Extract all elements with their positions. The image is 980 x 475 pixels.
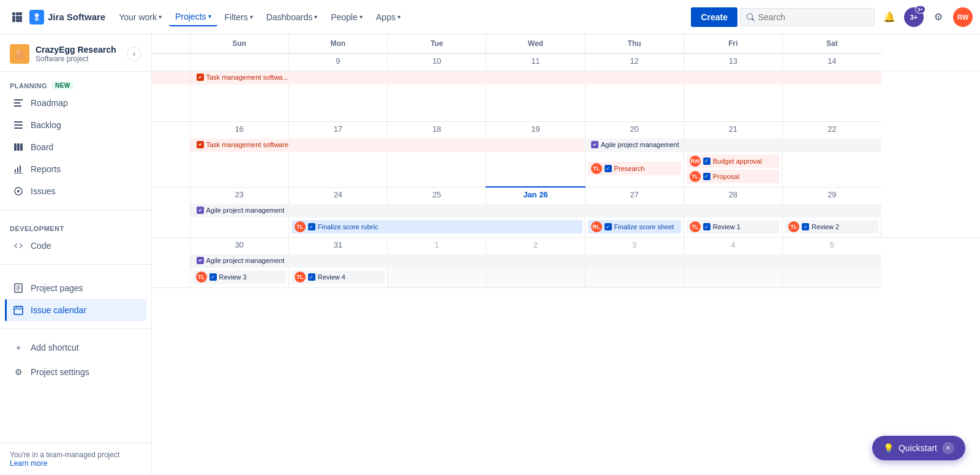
day-cell: 21 bbox=[684, 121, 782, 139]
event-review2[interactable]: TL Review 2 bbox=[785, 220, 878, 234]
event-review3[interactable]: TL Review 3 bbox=[193, 270, 286, 284]
notifications-icon[interactable]: 🔔 bbox=[880, 7, 899, 27]
roadmap-icon bbox=[12, 97, 24, 109]
project-icon: 🥚 bbox=[10, 44, 29, 64]
learn-more-link[interactable]: Learn more bbox=[10, 459, 141, 468]
sidebar-divider-3 bbox=[0, 329, 151, 329]
sidebar-item-code[interactable]: Code bbox=[5, 235, 146, 257]
sidebar-item-issues[interactable]: Issues bbox=[5, 180, 146, 202]
settings-gear-icon: ⚙ bbox=[12, 366, 24, 378]
event-agile-week3[interactable]: Agile project management bbox=[193, 205, 879, 215]
checkbox-review3 bbox=[209, 273, 217, 281]
banner-row-4: Agile project management bbox=[152, 254, 980, 268]
development-section: DEVELOPMENT Code bbox=[0, 215, 151, 259]
day-cell: TL Review 1 bbox=[684, 218, 782, 238]
avatar-tl-r4: TL bbox=[295, 272, 306, 283]
sidebar-item-reports[interactable]: Reports bbox=[5, 158, 146, 180]
event-budget-approval[interactable]: RW Budget approval bbox=[687, 154, 780, 168]
svg-point-16 bbox=[17, 190, 20, 192]
grid-icon[interactable] bbox=[7, 7, 27, 27]
event-presearch[interactable]: TL Presearch bbox=[588, 162, 681, 175]
quickstart-icon: 💡 bbox=[883, 443, 894, 453]
search-bar[interactable] bbox=[740, 8, 875, 26]
search-input[interactable] bbox=[758, 12, 868, 22]
day-cell: 28 bbox=[684, 187, 782, 204]
event-agile-week2[interactable]: Agile project management bbox=[587, 140, 879, 150]
add-icon: + bbox=[12, 341, 24, 354]
nav-filters[interactable]: Filters▾ bbox=[219, 9, 259, 26]
other-section: Project pages Issue calendar bbox=[0, 270, 151, 324]
day-cell: 16 bbox=[190, 121, 288, 139]
day-header-mon: Mon bbox=[288, 34, 387, 53]
settings-icon[interactable]: ⚙ bbox=[929, 7, 948, 27]
event-finalize-sheet[interactable]: RL Finalize score sheet bbox=[588, 220, 681, 234]
avatar-badge: 3+ bbox=[915, 6, 925, 13]
week-row-4: 30 31 1 2 3 4 bbox=[152, 238, 980, 255]
sidebar: 🥚 CrazyEgg Research Software project ‹ P… bbox=[0, 34, 152, 475]
event-proposal[interactable]: TL Proposal bbox=[687, 170, 780, 183]
week-spacer-1 bbox=[152, 85, 980, 121]
event-task-mgmt-week1[interactable]: Task management softwa... bbox=[193, 72, 879, 82]
search-icon bbox=[747, 13, 755, 21]
day-cell: 12 bbox=[585, 53, 684, 71]
banner-row-2a: Task management software Agile project m… bbox=[152, 139, 980, 152]
event-review1[interactable]: TL Review 1 bbox=[687, 220, 780, 234]
nav-people[interactable]: People▾ bbox=[325, 9, 369, 26]
day-cell: 31 bbox=[288, 238, 387, 255]
nav-projects[interactable]: Projects▾ bbox=[169, 8, 217, 26]
event-review4[interactable]: TL Review 4 bbox=[292, 270, 385, 284]
svg-rect-5 bbox=[19, 16, 22, 19]
quickstart-close-button[interactable]: × bbox=[942, 442, 954, 454]
day-cell: RL Finalize score sheet bbox=[585, 218, 684, 238]
avatar-rw: RW bbox=[690, 156, 701, 167]
create-button[interactable]: Create bbox=[691, 7, 737, 27]
team-text: You're in a team-managed project bbox=[10, 450, 141, 459]
day-cell: 5 bbox=[783, 238, 881, 255]
event-finalize-rubric[interactable]: TL Finalize score rubric bbox=[292, 220, 582, 234]
event-task-mgmt-week2[interactable]: Task management software bbox=[193, 140, 583, 150]
day-cell: 23 bbox=[190, 187, 288, 204]
day-cell: 18 bbox=[388, 121, 486, 139]
project-type: Software project bbox=[36, 55, 121, 63]
nav-dashboards[interactable]: Dashboards▾ bbox=[260, 9, 324, 26]
calendar-table: Sun Mon Tue Wed Thu Fri Sat bbox=[152, 34, 980, 288]
sidebar-item-settings[interactable]: ⚙ Project settings bbox=[5, 361, 146, 383]
svg-rect-21 bbox=[14, 306, 23, 314]
nav-your-work[interactable]: Your work▾ bbox=[113, 9, 168, 26]
svg-rect-3 bbox=[12, 16, 15, 19]
checkbox-presearch bbox=[605, 165, 612, 172]
day-cell: TL Review 2 bbox=[783, 218, 881, 238]
sidebar-collapse-button[interactable]: ‹ bbox=[127, 47, 141, 61]
tasks-row-2: TL Presearch RW Budget approval bbox=[152, 152, 980, 188]
sidebar-item-backlog[interactable]: Backlog bbox=[5, 114, 146, 136]
checkbox-budget bbox=[703, 158, 710, 165]
sidebar-item-add-shortcut[interactable]: + Add shortcut bbox=[5, 336, 146, 359]
sidebar-item-pages[interactable]: Project pages bbox=[5, 277, 146, 299]
avatar-tl-r3: TL bbox=[196, 272, 207, 283]
avatar-tl-rubric: TL bbox=[295, 221, 306, 232]
svg-rect-12 bbox=[14, 143, 17, 151]
quickstart-button[interactable]: 💡 Quickstart × bbox=[872, 436, 965, 460]
day-cell: 14 bbox=[783, 53, 881, 71]
project-info: CrazyEgg Research Software project bbox=[36, 45, 121, 63]
event-agile-week4[interactable]: Agile project management bbox=[193, 256, 879, 265]
svg-rect-14 bbox=[20, 143, 23, 151]
day-cell: 29 bbox=[783, 187, 881, 204]
svg-rect-6 bbox=[12, 19, 15, 22]
day-cell: TL Review 3 bbox=[190, 268, 288, 288]
avatar-rw[interactable]: RW bbox=[953, 7, 973, 27]
checkbox-proposal bbox=[703, 173, 710, 180]
sidebar-item-roadmap[interactable]: Roadmap bbox=[5, 92, 146, 114]
board-icon bbox=[12, 141, 24, 153]
sidebar-item-calendar[interactable]: Issue calendar bbox=[5, 299, 146, 321]
sidebar-item-board[interactable]: Board bbox=[5, 136, 146, 158]
day-cell: 4 bbox=[684, 238, 782, 255]
checkbox-sheet bbox=[605, 223, 612, 230]
banner-row-3: Agile project management bbox=[152, 204, 980, 218]
backlog-icon bbox=[12, 119, 24, 131]
day-cell bbox=[190, 53, 288, 71]
logo[interactable]: Jira Software bbox=[29, 10, 105, 25]
sidebar-divider-2 bbox=[0, 264, 151, 265]
nav-apps[interactable]: Apps▾ bbox=[370, 9, 407, 26]
avatar-user[interactable]: 3+ 3+ bbox=[904, 7, 924, 27]
